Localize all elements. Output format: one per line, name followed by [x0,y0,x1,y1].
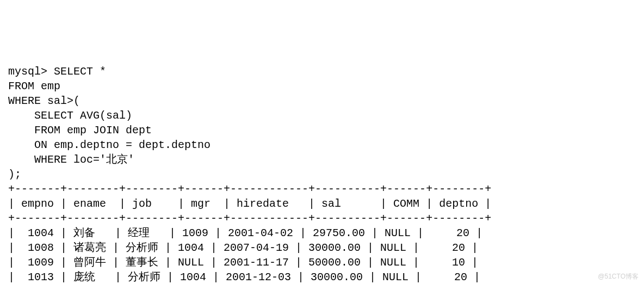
table-row: | 1013 | 庞统 | 分析师 | 1004 | 2001-12-03 | … [8,271,480,283]
table-row: | 1008 | 诸葛亮 | 分析师 | 1004 | 2007-04-19 |… [8,242,478,254]
table-row: | 1004 | 刘备 | 经理 | 1009 | 2001-04-02 | 2… [8,227,482,239]
table-header-row: | empno | ename | job | mgr | hiredate |… [8,197,491,210]
query-line-7: WHERE loc='北京' [8,153,134,166]
table-row: | 1009 | 曾阿牛 | 董事长 | NULL | 2001-11-17 |… [8,256,478,269]
query-line-2: FROM emp [8,80,60,92]
query-line-6: ON emp.deptno = dept.deptno [8,139,210,151]
query-line-3: WHERE sal>( [8,95,80,107]
table-border-mid: +-------+--------+--------+------+------… [8,212,491,225]
watermark: @51CTO博客 [598,272,639,281]
mysql-prompt: mysql> [8,65,47,78]
query-line-1: SELECT * [54,65,106,78]
query-line-5: FROM emp JOIN dept [8,124,152,137]
terminal-output: mysql> SELECT * FROM emp WHERE sal>( SEL… [8,64,636,284]
query-line-4: SELECT AVG(sal) [8,109,132,122]
table-border-top: +-------+--------+--------+------+------… [8,183,491,195]
query-line-8: ); [8,168,21,181]
